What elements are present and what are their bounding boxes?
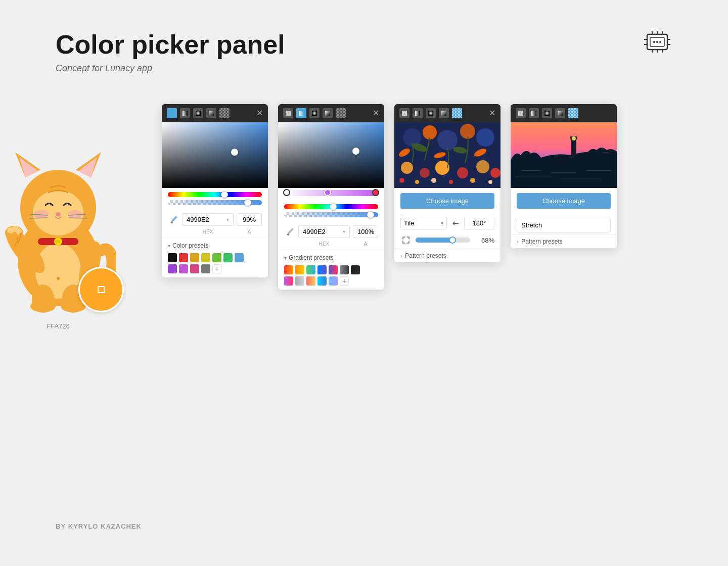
swatch-add-button[interactable]: + bbox=[212, 264, 221, 273]
grad-swatch-8[interactable] bbox=[284, 276, 293, 286]
swatch-teal[interactable] bbox=[223, 253, 233, 262]
panel1-icon-solid[interactable] bbox=[167, 108, 177, 118]
panel1-eyedropper[interactable] bbox=[168, 214, 179, 225]
svg-point-75 bbox=[399, 178, 404, 183]
svg-point-73 bbox=[476, 160, 489, 173]
panel3-tile-select[interactable]: Tile ▾ bbox=[400, 217, 447, 229]
panel2-stop-bar bbox=[278, 188, 384, 196]
swatch-black[interactable] bbox=[168, 253, 177, 262]
grad-swatch-6[interactable] bbox=[340, 265, 349, 274]
swatch-green[interactable] bbox=[212, 253, 221, 262]
panel4-pattern-presets[interactable]: › Pattern presets bbox=[511, 234, 617, 248]
floral-pattern-svg bbox=[394, 122, 500, 188]
panel2-stop-left[interactable] bbox=[283, 189, 290, 196]
panel1-icon-pattern[interactable] bbox=[219, 108, 230, 118]
panel2-eyedropper[interactable] bbox=[284, 226, 295, 238]
svg-point-79 bbox=[470, 178, 475, 183]
panel1-alpha-thumb[interactable] bbox=[244, 199, 251, 206]
panel3-close-icon[interactable]: ✕ bbox=[489, 109, 495, 117]
panel3-icon-solid[interactable] bbox=[399, 108, 410, 118]
panel1-icon-angular[interactable] bbox=[206, 108, 216, 118]
panel1-hue-slider[interactable] bbox=[168, 192, 262, 197]
swatch-pink[interactable] bbox=[190, 264, 199, 273]
panel2-hex-label: HEX bbox=[298, 241, 350, 247]
panel2-hue-thumb[interactable] bbox=[330, 203, 337, 210]
panel2-stop-right[interactable] bbox=[372, 189, 379, 196]
grad-swatch-3[interactable] bbox=[306, 265, 315, 274]
panel1-close-icon[interactable]: ✕ bbox=[256, 109, 263, 117]
panel2-stop-mid[interactable] bbox=[324, 189, 331, 196]
panel2-icon-pattern[interactable] bbox=[336, 108, 346, 118]
panel1-presets-toggle[interactable]: ▾ Color presets bbox=[168, 242, 262, 249]
panel3-choose-image-button[interactable]: Choose image bbox=[400, 193, 494, 209]
panel2-icon-linear[interactable] bbox=[296, 108, 306, 118]
panel1-icon-radial[interactable] bbox=[193, 108, 203, 118]
panel4-icon-angular[interactable] bbox=[555, 108, 565, 118]
panel2-icon-solid[interactable] bbox=[283, 108, 293, 118]
grad-swatch-7[interactable] bbox=[351, 265, 360, 274]
panel1-picker-circle[interactable] bbox=[231, 149, 238, 156]
grad-swatch-12[interactable] bbox=[329, 276, 338, 286]
svg-rect-55 bbox=[415, 111, 420, 116]
panel1-hue-thumb[interactable] bbox=[221, 191, 228, 198]
grad-swatch-4[interactable] bbox=[317, 265, 327, 274]
panel4-icon-radial[interactable] bbox=[542, 108, 552, 118]
panel1-icon-linear[interactable] bbox=[180, 108, 190, 118]
panel1-hex-input[interactable]: 4990E2 ▾ bbox=[182, 213, 234, 226]
panel3-flip-icon[interactable] bbox=[450, 218, 461, 229]
panel3-icon-radial[interactable] bbox=[426, 108, 436, 118]
panel4-choose-image-button[interactable]: Choose image bbox=[517, 193, 611, 209]
panel2-alpha-thumb[interactable] bbox=[367, 211, 374, 218]
svg-point-41 bbox=[30, 300, 56, 312]
swatch-blue[interactable] bbox=[235, 253, 244, 262]
panel2-icon-radial[interactable] bbox=[309, 108, 320, 118]
panel3-scale-slider[interactable] bbox=[416, 238, 470, 243]
panel1-alpha-input[interactable]: 90% bbox=[237, 213, 262, 226]
panel2-presets-toggle[interactable]: ▾ Gradient presets bbox=[284, 254, 378, 261]
panel3-icon-linear[interactable] bbox=[413, 108, 423, 118]
panel2-alpha-input[interactable]: 100% bbox=[353, 225, 378, 238]
svg-rect-54 bbox=[402, 111, 407, 116]
panel3-icon-pattern[interactable] bbox=[452, 108, 462, 118]
panel2-close-icon[interactable]: ✕ bbox=[373, 109, 379, 117]
grad-swatch-10[interactable] bbox=[306, 276, 315, 286]
panel2-swatch-add[interactable]: + bbox=[340, 276, 349, 286]
panel2-icon-angular[interactable] bbox=[323, 108, 333, 118]
grad-swatch-5[interactable] bbox=[329, 265, 338, 274]
panel2-presets-title: Gradient presets bbox=[289, 254, 334, 261]
panel1-alpha-slider[interactable] bbox=[168, 200, 262, 205]
panel4-icon-pattern[interactable] bbox=[568, 108, 578, 118]
swatch-pink-purple[interactable] bbox=[179, 264, 188, 273]
grad-swatch-1[interactable] bbox=[284, 265, 293, 274]
panel3-scale-thumb[interactable] bbox=[449, 237, 456, 244]
panel4-icon-linear[interactable] bbox=[529, 108, 539, 118]
panel2-hex-input[interactable]: 4990E2 ▾ bbox=[298, 225, 350, 238]
panel3-resize-icon[interactable] bbox=[400, 234, 412, 246]
swatch-gray[interactable] bbox=[201, 264, 210, 273]
svg-rect-56 bbox=[428, 111, 433, 116]
panel2-color-picker[interactable] bbox=[278, 122, 384, 188]
panel1-hex-row: 4990E2 ▾ 90% bbox=[162, 210, 268, 229]
panel3-angle-value: 180° bbox=[473, 219, 486, 227]
chip-icon bbox=[642, 30, 672, 56]
panel2-picker-circle[interactable] bbox=[352, 148, 359, 155]
panel1-color-picker[interactable] bbox=[162, 122, 268, 188]
panel4-stretch-input[interactable]: Stretch bbox=[517, 218, 611, 232]
panel3-angle-input[interactable]: 180° bbox=[464, 217, 494, 229]
panel2-gradient-preview[interactable] bbox=[284, 190, 378, 196]
swatch-red[interactable] bbox=[179, 253, 188, 262]
grad-swatch-2[interactable] bbox=[295, 265, 304, 274]
panel1-swatches-row1 bbox=[168, 253, 262, 262]
main-content: FFA726 ✕ bbox=[0, 94, 728, 360]
panel2-alpha-slider[interactable] bbox=[284, 212, 378, 217]
panel3-icon-angular[interactable] bbox=[439, 108, 449, 118]
panel3-pattern-presets[interactable]: › Pattern presets bbox=[394, 249, 500, 262]
panel4-icon-solid[interactable] bbox=[516, 108, 526, 118]
swatch-purple[interactable] bbox=[168, 264, 177, 273]
swatch-orange[interactable] bbox=[190, 253, 199, 262]
grad-swatch-9[interactable] bbox=[295, 276, 304, 286]
swatch-yellow[interactable] bbox=[201, 253, 210, 262]
panel2-hue-slider[interactable] bbox=[284, 204, 378, 209]
grad-swatch-11[interactable] bbox=[317, 276, 327, 286]
svg-rect-49 bbox=[286, 111, 291, 116]
